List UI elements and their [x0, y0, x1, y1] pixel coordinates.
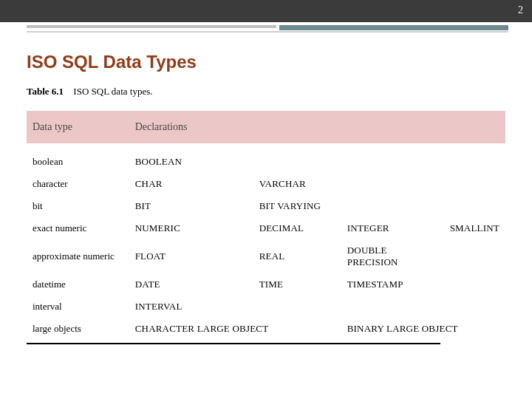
- cell-decl: [444, 296, 505, 318]
- cell-decl: [341, 151, 444, 173]
- cell-decl: [253, 151, 341, 173]
- cell-decl: [341, 195, 444, 217]
- cell-decl: DECIMAL: [253, 217, 341, 239]
- underline-segment-thin: [27, 31, 508, 33]
- cell-decl: BIT: [129, 195, 253, 217]
- table-row: approximate numeric FLOAT REAL DOUBLE PR…: [27, 239, 505, 273]
- table-row: interval INTERVAL: [27, 296, 505, 318]
- cell-decl: BINARY LARGE OBJECT: [341, 318, 505, 340]
- decorative-underline: [0, 22, 532, 38]
- underline-segment-left: [27, 25, 276, 28]
- cell-decl: [341, 296, 444, 318]
- cell-decl: BOOLEAN: [129, 151, 253, 173]
- cell-decl: TIMESTAMP: [341, 273, 444, 296]
- table-row: datetime DATE TIME TIMESTAMP: [27, 273, 505, 296]
- underline-segment-right: [279, 25, 508, 30]
- cell-type: datetime: [27, 273, 129, 296]
- table-row: boolean BOOLEAN: [27, 151, 505, 173]
- cell-type: bit: [27, 195, 129, 217]
- slide: 2 ISO SQL Data Types Table 6.1 ISO SQL d…: [0, 0, 532, 399]
- cell-decl: VARCHAR: [253, 173, 341, 195]
- cell-decl: INTEGER: [341, 217, 444, 239]
- header-declarations: Declarations: [129, 111, 505, 143]
- table-caption: Table 6.1 ISO SQL data types.: [27, 86, 505, 98]
- cell-type: approximate numeric: [27, 239, 129, 273]
- table-row: large objects CHARACTER LARGE OBJECT BIN…: [27, 318, 505, 340]
- table-number: Table 6.1: [27, 86, 64, 97]
- cell-decl: INTERVAL: [129, 296, 253, 318]
- table-row: exact numeric NUMERIC DECIMAL INTEGER SM…: [27, 217, 505, 239]
- table-row: bit BIT BIT VARYING: [27, 195, 505, 217]
- slide-top-bar: 2: [0, 0, 532, 22]
- cell-decl: SMALLINT: [444, 217, 505, 239]
- cell-decl: TIME: [253, 273, 341, 296]
- cell-type: character: [27, 173, 129, 195]
- cell-type: boolean: [27, 151, 129, 173]
- cell-decl: CHARACTER LARGE OBJECT: [129, 318, 341, 340]
- cell-type: large objects: [27, 318, 129, 340]
- cell-decl: CHAR: [129, 173, 253, 195]
- cell-decl: [341, 173, 444, 195]
- table-row: character CHAR VARCHAR: [27, 173, 505, 195]
- cell-decl: [253, 296, 341, 318]
- cell-decl: DATE: [129, 273, 253, 296]
- cell-decl: REAL: [253, 239, 341, 273]
- cell-type: exact numeric: [27, 217, 129, 239]
- table-caption-text: ISO SQL data types.: [73, 86, 152, 97]
- cell-decl: DOUBLE PRECISION: [341, 239, 444, 273]
- cell-decl: FLOAT: [129, 239, 253, 273]
- table-bottom-rule: [27, 343, 440, 344]
- cell-type: interval: [27, 296, 129, 318]
- cell-decl: [444, 173, 505, 195]
- slide-title: ISO SQL Data Types: [27, 52, 532, 72]
- cell-decl: [444, 195, 505, 217]
- cell-decl: [444, 273, 505, 296]
- cell-decl: BIT VARYING: [253, 195, 341, 217]
- cell-decl: [444, 151, 505, 173]
- table-figure: Table 6.1 ISO SQL data types. Data type …: [27, 86, 505, 344]
- page-number: 2: [518, 4, 523, 16]
- header-data-type: Data type: [27, 111, 129, 143]
- table-header-row: Data type Declarations: [27, 111, 505, 143]
- cell-decl: NUMERIC: [129, 217, 253, 239]
- data-types-table: Data type Declarations boolean BOOLEAN c…: [27, 111, 505, 340]
- cell-decl: [444, 239, 505, 273]
